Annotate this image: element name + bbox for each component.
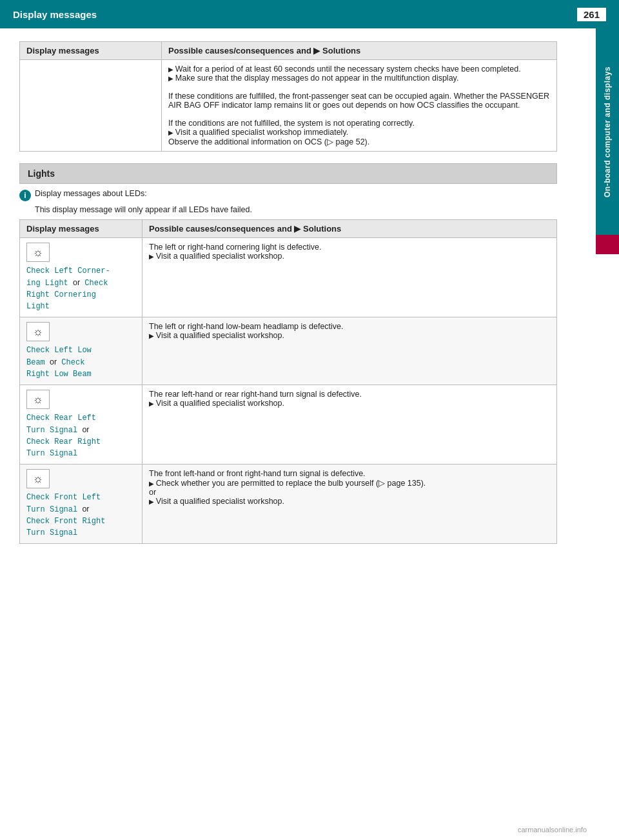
lights-cell-col2-1: The left or right-hand cornering light i… [142, 238, 557, 317]
sun-icon: ☼ [33, 325, 44, 339]
display-message: Check Left LowBeam or CheckRight Low Bea… [26, 346, 92, 379]
lights-cell-col2-2: The left or right-hand low-beam headlamp… [142, 317, 557, 385]
cause-text: The rear left-hand or rear right-hand tu… [149, 390, 362, 399]
display-message: Check Left Corner-ing Light or CheckRigh… [26, 266, 110, 311]
lights-cell-col1-2: ☼ Check Left LowBeam or CheckRight Low B… [20, 317, 142, 385]
display-message: Check Rear LeftTurn Signal orCheck Rear … [26, 414, 101, 458]
solution-bullet: Check whether you are permitted to repla… [149, 478, 550, 488]
lights-cell-col2-4: The front left-hand or front right-hand … [142, 465, 557, 544]
top-table-col1-header: Display messages [20, 42, 162, 60]
top-table-col2-header: Possible causes/consequences and ▶ Solut… [162, 42, 557, 60]
lights-section-header: Lights [19, 163, 557, 184]
table-row: ☼ Check Left LowBeam or CheckRight Low B… [20, 317, 557, 385]
solution-bullet: Visit a qualified specialist workshop. [149, 331, 550, 340]
cause-text: The front left-hand or front right-hand … [149, 469, 366, 478]
main-content: Display messages Possible causes/consequ… [0, 28, 596, 568]
display-message: Check Front LeftTurn Signal orCheck Fron… [26, 493, 105, 537]
info-subtext: This display message will only appear if… [19, 205, 557, 214]
table-row: ☼ Check Left Corner-ing Light or CheckRi… [20, 238, 557, 317]
side-tab-accent [596, 235, 619, 254]
header-bar: Display messages 261 [0, 0, 619, 28]
cause-text: The left or right-hand low-beam headlamp… [149, 322, 344, 331]
light-icon-box: ☼ [26, 243, 50, 262]
page-number: 261 [577, 8, 606, 21]
solution-bullet: Visit a qualified specialist workshop. [149, 399, 550, 408]
bullet-item: Visit a qualified specialist workshop im… [168, 128, 550, 137]
lights-cell-col1-4: ☼ Check Front LeftTurn Signal orCheck Fr… [20, 465, 142, 544]
header-title: Display messages [13, 9, 97, 20]
lights-cell-col2-3: The rear left-hand or rear right-hand tu… [142, 385, 557, 465]
lights-cell-col1-1: ☼ Check Left Corner-ing Light or CheckRi… [20, 238, 142, 317]
or-connector: or [149, 488, 156, 497]
paragraph-text: If the conditions are not fulfilled, the… [168, 119, 415, 128]
top-table-cell-col2: Wait for a period of at least 60 seconds… [162, 60, 557, 152]
lights-table: Display messages Possible causes/consequ… [19, 219, 557, 544]
lights-cell-col1-3: ☼ Check Rear LeftTurn Signal orCheck Rea… [20, 385, 142, 465]
solution-bullet: Visit a qualified specialist workshop. [149, 252, 550, 261]
top-table-cell-col1 [20, 60, 162, 152]
watermark: carmanualsonline.info [518, 826, 587, 834]
sun-icon: ☼ [33, 393, 44, 406]
lights-table-col1-header: Display messages [20, 220, 142, 238]
cause-text: The left or right-hand cornering light i… [149, 243, 322, 252]
bullet-item: Wait for a period of at least 60 seconds… [168, 65, 550, 74]
bullet-item: Make sure that the display messages do n… [168, 74, 550, 83]
table-row: ☼ Check Rear LeftTurn Signal orCheck Rea… [20, 385, 557, 465]
light-icon-box: ☼ [26, 469, 50, 488]
sun-icon: ☼ [33, 472, 44, 486]
side-tab-label: On-board computer and displays [596, 28, 619, 235]
info-note-text: Display messages about LEDs: [35, 189, 147, 198]
paragraph-text: If these conditions are fulfilled, the f… [168, 92, 549, 110]
top-table: Display messages Possible causes/consequ… [19, 41, 557, 152]
table-row: ☼ Check Front LeftTurn Signal orCheck Fr… [20, 465, 557, 544]
sun-icon: ☼ [33, 246, 44, 259]
table-row: Wait for a period of at least 60 seconds… [20, 60, 557, 152]
light-icon-box: ☼ [26, 390, 50, 409]
lights-table-col2-header: Possible causes/consequences and ▶ Solut… [142, 220, 557, 238]
solution-bullet: Visit a qualified specialist workshop. [149, 497, 550, 506]
note-text: Observe the additional information on OC… [168, 137, 369, 146]
light-icon-box: ☼ [26, 322, 50, 341]
info-note: i Display messages about LEDs: [19, 189, 557, 201]
info-icon: i [19, 190, 31, 201]
